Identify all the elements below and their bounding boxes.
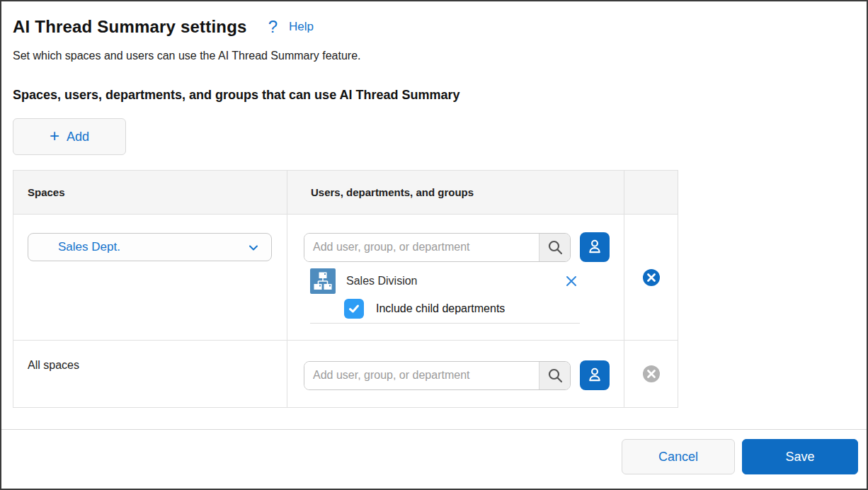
permissions-table: Spaces Users, departments, and groups Sa…	[13, 170, 678, 408]
section-heading: Spaces, users, departments, and groups t…	[13, 88, 855, 103]
include-child-departments-label: Include child departments	[376, 302, 505, 315]
row1-users-cell: Sales Division Include child departments	[287, 215, 624, 340]
search-icon[interactable]	[539, 234, 570, 261]
save-button[interactable]: Save	[742, 439, 858, 474]
row1-actions-cell	[624, 215, 678, 340]
table-row: All spaces	[13, 340, 678, 407]
row2-spaces-cell: All spaces	[13, 341, 287, 407]
select-people-button[interactable]	[580, 232, 610, 262]
help-group: ? Help	[268, 18, 314, 35]
search-icon[interactable]	[539, 362, 570, 389]
all-spaces-label: All spaces	[13, 341, 287, 372]
include-child-departments-checkbox[interactable]	[344, 299, 364, 319]
space-dropdown[interactable]: Sales Dept.	[28, 233, 272, 261]
page-title: AI Thread Summary settings	[13, 17, 247, 37]
member-name: Sales Division	[346, 275, 564, 287]
help-question-icon[interactable]: ?	[268, 18, 278, 35]
delete-row-button-disabled	[642, 365, 661, 383]
table-header-row: Spaces Users, departments, and groups	[13, 171, 678, 214]
row1-spaces-cell: Sales Dept.	[13, 215, 287, 340]
chevron-down-icon	[247, 241, 260, 257]
delete-row-button[interactable]	[642, 268, 661, 287]
ai-thread-summary-settings-window: AI Thread Summary settings ? Help Set wh…	[0, 0, 868, 490]
include-child-departments-row: Include child departments	[344, 299, 580, 319]
column-header-spaces-label: Spaces	[13, 186, 65, 198]
cancel-button[interactable]: Cancel	[622, 439, 735, 474]
column-header-actions	[624, 171, 678, 214]
column-header-users-label: Users, departments, and groups	[287, 186, 474, 198]
select-people-button[interactable]	[580, 360, 610, 390]
member-entry: Sales Division	[310, 268, 580, 294]
row2-actions-cell	[624, 341, 678, 407]
plus-icon: +	[50, 127, 59, 144]
page-description: Set which spaces and users can use the A…	[13, 50, 855, 62]
user-search-input[interactable]	[304, 362, 539, 389]
user-search-group	[304, 233, 571, 262]
add-button[interactable]: + Add	[13, 118, 126, 155]
header: AI Thread Summary settings ? Help	[13, 17, 855, 37]
space-dropdown-value: Sales Dept.	[28, 240, 120, 254]
person-icon	[586, 237, 604, 258]
person-icon	[586, 365, 604, 386]
footer: Cancel Save	[1, 430, 867, 474]
member-block: Sales Division Include child departments	[310, 268, 580, 324]
help-link[interactable]: Help	[289, 20, 314, 34]
user-search-input[interactable]	[304, 234, 539, 261]
column-header-spaces: Spaces	[13, 171, 287, 214]
table-row: Sales Dept.	[13, 214, 678, 340]
department-icon	[310, 268, 336, 294]
column-header-users: Users, departments, and groups	[287, 171, 624, 214]
user-search-group	[304, 361, 571, 390]
member-divider	[310, 323, 580, 324]
row2-users-cell	[287, 341, 624, 407]
add-button-label: Add	[67, 130, 89, 144]
remove-member-icon[interactable]	[564, 274, 580, 288]
